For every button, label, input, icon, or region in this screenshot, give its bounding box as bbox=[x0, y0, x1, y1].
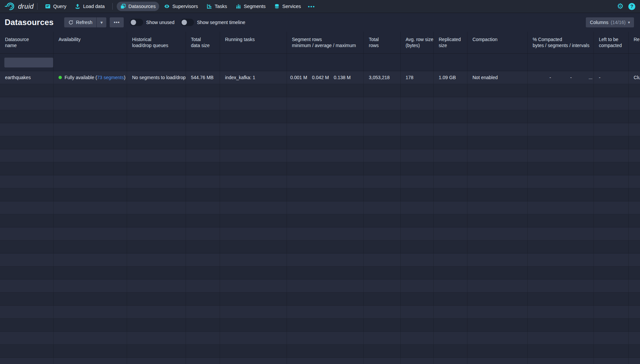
settings-button[interactable]: ⚙ bbox=[617, 3, 624, 10]
empty-cell bbox=[186, 358, 220, 364]
empty-cell bbox=[629, 266, 640, 279]
empty-cell bbox=[434, 110, 467, 123]
empty-cell bbox=[528, 97, 594, 110]
nav-item-tasks[interactable]: Tasks bbox=[203, 2, 231, 11]
empty-cell bbox=[401, 136, 434, 149]
empty-cell bbox=[287, 280, 364, 292]
show-segment-timeline-toggle-group: Show segment timeline bbox=[181, 19, 245, 26]
empty-cell bbox=[54, 227, 127, 240]
refresh-icon bbox=[68, 20, 74, 25]
empty-cell bbox=[364, 214, 401, 227]
nav-divider bbox=[37, 3, 37, 10]
empty-cell bbox=[629, 319, 640, 331]
refresh-button[interactable]: Refresh bbox=[64, 17, 96, 27]
nav-item-datasources[interactable]: Datasources bbox=[117, 2, 159, 11]
column-header-segment-rows[interactable]: Segment rowsminimum / average / maximum bbox=[287, 32, 364, 53]
empty-cell bbox=[127, 280, 186, 292]
empty-cell bbox=[629, 240, 640, 253]
empty-cell bbox=[594, 332, 629, 344]
nav-item-query[interactable]: Query bbox=[41, 2, 70, 11]
column-header-left-to-be[interactable]: Left to becompacted bbox=[594, 32, 629, 53]
empty-cell bbox=[401, 319, 434, 331]
nav-more-button[interactable]: ••• bbox=[305, 2, 318, 11]
column-header-replicated[interactable]: Replicatedsize bbox=[434, 32, 467, 53]
empty-cell bbox=[54, 188, 127, 201]
column-header-datasource[interactable]: Datasourcename bbox=[0, 32, 54, 53]
empty-cell bbox=[127, 162, 186, 175]
empty-cell bbox=[54, 214, 127, 227]
column-header-running-tasks[interactable]: Running tasks bbox=[220, 32, 287, 53]
empty-cell bbox=[127, 84, 186, 97]
table-row-empty bbox=[0, 214, 640, 227]
show-unused-label: Show unused bbox=[146, 20, 175, 25]
refresh-interval-caret-button[interactable]: ▾ bbox=[97, 17, 106, 27]
empty-cell bbox=[54, 149, 127, 162]
segments-link[interactable]: 73 segments bbox=[97, 75, 124, 80]
empty-cell bbox=[54, 201, 127, 214]
table-row-earthquakes[interactable]: earthquakes Fully available (73 segments… bbox=[0, 71, 640, 84]
empty-cell bbox=[594, 123, 629, 136]
empty-cell bbox=[54, 175, 127, 188]
filter-cell bbox=[127, 54, 186, 71]
empty-cell bbox=[127, 319, 186, 331]
pct-compacted-segments: - bbox=[551, 75, 572, 80]
empty-cell bbox=[54, 332, 127, 344]
nav-item-segments[interactable]: Segments bbox=[232, 2, 269, 11]
empty-cell bbox=[54, 280, 127, 292]
more-actions-button[interactable]: ••• bbox=[110, 17, 124, 27]
column-header-total[interactable]: Totalrows bbox=[364, 32, 401, 53]
columns-picker-button[interactable]: Columns (14/16) ▾ bbox=[586, 17, 634, 27]
empty-cell bbox=[629, 201, 640, 214]
empty-cell bbox=[467, 319, 528, 331]
empty-cell bbox=[528, 201, 594, 214]
show-segment-timeline-toggle[interactable] bbox=[181, 19, 194, 26]
table-row-empty bbox=[0, 123, 640, 136]
empty-cell bbox=[364, 345, 401, 357]
nav-item-supervisors[interactable]: Supervisors bbox=[161, 2, 202, 11]
empty-cell bbox=[528, 123, 594, 136]
empty-cell bbox=[220, 253, 287, 266]
empty-cell bbox=[528, 227, 594, 240]
empty-cell bbox=[0, 253, 54, 266]
cell-retention[interactable]: Clu bbox=[629, 71, 640, 84]
empty-cell bbox=[364, 253, 401, 266]
column-header-compaction[interactable]: Compaction bbox=[467, 32, 528, 53]
help-button[interactable]: ? bbox=[628, 3, 635, 10]
column-header-historical[interactable]: Historicalload/drop queues bbox=[127, 32, 186, 53]
empty-cell bbox=[629, 345, 640, 357]
page-header: Datasources Refresh ▾ ••• Show unused Sh… bbox=[0, 13, 640, 32]
empty-cell bbox=[467, 149, 528, 162]
cell-datasource-name[interactable]: earthquakes bbox=[0, 71, 54, 84]
empty-cell bbox=[467, 240, 528, 253]
table-row-empty bbox=[0, 332, 640, 345]
empty-cell bbox=[401, 110, 434, 123]
column-header-avg-row-size[interactable]: Avg. row size(bytes) bbox=[401, 32, 434, 53]
toggle-knob bbox=[182, 20, 187, 25]
show-unused-toggle[interactable] bbox=[130, 19, 143, 26]
empty-cell bbox=[401, 84, 434, 97]
cell-compaction[interactable]: Not enabled bbox=[467, 71, 528, 84]
empty-cell bbox=[467, 175, 528, 188]
empty-cell bbox=[127, 332, 186, 344]
druid-logo[interactable]: druid bbox=[5, 2, 34, 11]
empty-cell bbox=[0, 332, 54, 344]
table-row-empty bbox=[0, 306, 640, 319]
nav-item-label: Tasks bbox=[215, 4, 227, 9]
column-header-availability[interactable]: Availability bbox=[54, 32, 127, 53]
empty-cell bbox=[434, 266, 467, 279]
empty-cell bbox=[467, 84, 528, 97]
empty-cell bbox=[186, 345, 220, 357]
filter-cell bbox=[54, 54, 127, 71]
nav-item-services[interactable]: Services bbox=[271, 2, 305, 11]
empty-cell bbox=[0, 306, 54, 318]
column-header-re[interactable]: Re bbox=[629, 32, 640, 53]
empty-cell bbox=[629, 227, 640, 240]
nav-item-load-data[interactable]: Load data bbox=[71, 2, 108, 11]
empty-cell bbox=[434, 123, 467, 136]
empty-cell bbox=[220, 266, 287, 279]
empty-cell bbox=[54, 306, 127, 318]
column-header-total[interactable]: Totaldata size bbox=[186, 32, 220, 53]
column-header--compacted[interactable]: % Compactedbytes / segments / intervals bbox=[528, 32, 594, 53]
datasource-name-filter-input[interactable] bbox=[4, 57, 53, 67]
empty-cell bbox=[434, 319, 467, 331]
